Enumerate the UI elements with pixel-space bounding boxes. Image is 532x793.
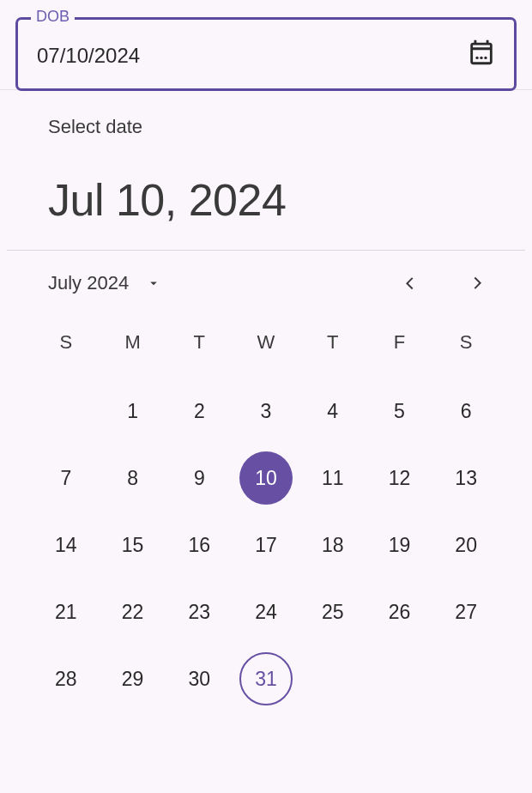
day-button[interactable]: 17	[239, 518, 293, 572]
day-cell: 26	[366, 585, 433, 639]
day-cell: 24	[233, 585, 299, 639]
day-header: W	[233, 323, 299, 371]
day-button[interactable]: 12	[372, 451, 426, 505]
day-button[interactable]: 10	[239, 451, 293, 505]
day-cell: 5	[366, 384, 433, 438]
day-cell: 16	[166, 518, 233, 572]
day-header: M	[100, 323, 166, 371]
day-cell: 21	[33, 585, 100, 639]
day-button[interactable]: 3	[239, 384, 293, 438]
day-button[interactable]: 22	[106, 585, 160, 639]
day-button[interactable]: 24	[239, 585, 293, 639]
day-cell: 14	[33, 518, 100, 572]
dob-label: DOB	[31, 8, 75, 26]
day-cell: 1	[100, 384, 166, 438]
day-cell: 17	[233, 518, 299, 572]
day-cell: 10	[233, 451, 299, 505]
month-selector[interactable]: July 2024	[48, 272, 161, 294]
day-button[interactable]: 26	[372, 585, 426, 639]
day-button[interactable]: 4	[306, 384, 360, 438]
day-cell: 15	[100, 518, 166, 572]
day-button[interactable]: 11	[306, 451, 360, 505]
day-button[interactable]: 6	[439, 384, 493, 438]
day-button[interactable]: 9	[172, 451, 226, 505]
day-header: T	[299, 323, 366, 371]
day-button[interactable]: 19	[372, 518, 426, 572]
day-cell: 18	[299, 518, 366, 572]
day-button[interactable]: 8	[106, 451, 160, 505]
day-button[interactable]: 15	[106, 518, 160, 572]
day-button[interactable]: 25	[306, 585, 360, 639]
picker-divider	[7, 250, 525, 251]
day-cell: 7	[33, 451, 100, 505]
day-cell: 19	[366, 518, 433, 572]
day-button[interactable]: 16	[172, 518, 226, 572]
day-button[interactable]: 1	[106, 384, 160, 438]
day-button[interactable]: 18	[306, 518, 360, 572]
day-button[interactable]: 23	[172, 585, 226, 639]
select-date-label: Select date	[48, 116, 525, 138]
dob-input[interactable]	[15, 17, 517, 91]
day-header: T	[166, 323, 233, 371]
svg-point-1	[480, 57, 482, 59]
day-cell: 4	[299, 384, 366, 438]
day-cell: 6	[432, 384, 499, 438]
day-cell: 30	[166, 652, 233, 705]
day-button[interactable]: 21	[39, 585, 93, 639]
day-cell: 31	[233, 652, 299, 705]
svg-point-0	[475, 57, 478, 59]
day-cell: 9	[166, 451, 233, 505]
day-button[interactable]: 28	[39, 652, 93, 705]
day-cell: 20	[432, 518, 499, 572]
month-navigation: July 2024	[7, 269, 525, 297]
day-button[interactable]: 31	[239, 652, 293, 705]
day-button[interactable]: 5	[372, 384, 426, 438]
day-cell: 2	[166, 384, 233, 438]
day-header: S	[432, 323, 499, 371]
day-cell: 27	[432, 585, 499, 639]
calendar-icon[interactable]	[467, 38, 496, 70]
day-cell: 8	[100, 451, 166, 505]
day-button[interactable]: 7	[39, 451, 93, 505]
month-nav-arrows	[396, 269, 491, 297]
prev-month-button[interactable]	[396, 269, 424, 297]
day-button[interactable]: 13	[439, 451, 493, 505]
next-month-button[interactable]	[463, 269, 491, 297]
day-cell: 29	[100, 652, 166, 705]
day-cell: 3	[233, 384, 299, 438]
chevron-down-icon	[146, 275, 161, 291]
day-cell: 23	[166, 585, 233, 639]
day-button[interactable]: 2	[172, 384, 226, 438]
day-cell: 28	[33, 652, 100, 705]
empty-cell	[33, 384, 100, 438]
date-display: Jul 10, 2024	[48, 174, 525, 226]
day-header: F	[366, 323, 433, 371]
day-button[interactable]: 30	[172, 652, 226, 705]
day-cell: 22	[100, 585, 166, 639]
month-label: July 2024	[48, 272, 129, 294]
day-cell: 13	[432, 451, 499, 505]
day-cell: 11	[299, 451, 366, 505]
svg-point-2	[484, 57, 487, 59]
day-header: S	[33, 323, 100, 371]
day-button[interactable]: 20	[439, 518, 493, 572]
day-button[interactable]: 29	[106, 652, 160, 705]
day-cell: 12	[366, 451, 433, 505]
day-cell: 25	[299, 585, 366, 639]
dob-input-container: DOB	[15, 17, 517, 91]
day-button[interactable]: 14	[39, 518, 93, 572]
calendar-grid: SMTWTFS123456789101112131415161718192021…	[7, 323, 525, 705]
day-button[interactable]: 27	[439, 585, 493, 639]
date-picker: Select date Jul 10, 2024 July 2024	[0, 90, 532, 705]
